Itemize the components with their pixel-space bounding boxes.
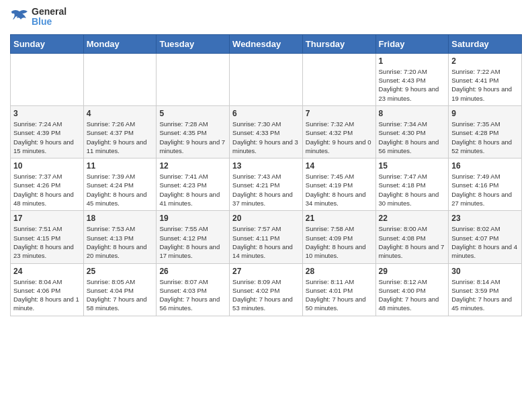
day-info: Sunrise: 8:12 AMSunset: 4:00 PMDaylight:… [379,277,446,313]
calendar-empty-cell [157,53,230,105]
weekday-header-monday: Monday [83,34,157,53]
calendar-day-cell: 23Sunrise: 8:02 AMSunset: 4:07 PMDayligh… [449,211,522,263]
day-info: Sunrise: 8:02 AMSunset: 4:07 PMDaylight:… [451,224,519,260]
calendar-day-cell: 29Sunrise: 8:12 AMSunset: 4:00 PMDayligh… [375,263,449,316]
day-number: 16 [451,161,519,171]
day-info: Sunrise: 7:32 AMSunset: 4:32 PMDaylight:… [306,120,373,155]
calendar-day-cell: 10Sunrise: 7:37 AMSunset: 4:26 PMDayligh… [11,158,84,211]
calendar-empty-cell [83,53,157,105]
calendar-day-cell: 3Sunrise: 7:24 AMSunset: 4:39 PMDaylight… [11,105,84,158]
day-number: 25 [87,267,154,276]
calendar-week-row: 10Sunrise: 7:37 AMSunset: 4:26 PMDayligh… [11,158,522,211]
day-info: Sunrise: 7:39 AMSunset: 4:24 PMDaylight:… [87,172,154,208]
day-info: Sunrise: 8:11 AMSunset: 4:01 PMDaylight:… [306,277,373,313]
day-info: Sunrise: 8:00 AMSunset: 4:08 PMDaylight:… [379,224,446,260]
calendar-week-row: 3Sunrise: 7:24 AMSunset: 4:39 PMDaylight… [11,105,522,158]
logo-text: General Blue [32,7,66,28]
day-info: Sunrise: 7:30 AMSunset: 4:33 PMDaylight:… [232,120,300,155]
calendar-empty-cell [230,53,303,105]
day-number: 15 [379,161,446,171]
calendar-day-cell: 16Sunrise: 7:49 AMSunset: 4:16 PMDayligh… [449,158,522,211]
day-info: Sunrise: 7:41 AMSunset: 4:23 PMDaylight:… [159,172,226,208]
calendar-day-cell: 25Sunrise: 8:05 AMSunset: 4:04 PMDayligh… [83,263,157,316]
day-info: Sunrise: 7:51 AMSunset: 4:15 PMDaylight:… [13,224,81,260]
day-info: Sunrise: 8:14 AMSunset: 3:59 PMDaylight:… [451,277,519,313]
day-info: Sunrise: 7:49 AMSunset: 4:16 PMDaylight:… [451,172,519,208]
calendar-empty-cell [11,53,84,105]
calendar-table: SundayMondayTuesdayWednesdayThursdayFrid… [10,34,522,316]
calendar-empty-cell [302,53,375,105]
calendar-day-cell: 8Sunrise: 7:34 AMSunset: 4:30 PMDaylight… [375,105,449,158]
day-number: 1 [379,56,446,66]
logo-bird-icon [10,7,29,26]
day-info: Sunrise: 7:57 AMSunset: 4:11 PMDaylight:… [232,224,300,260]
weekday-header-tuesday: Tuesday [157,34,230,53]
calendar-day-cell: 13Sunrise: 7:43 AMSunset: 4:21 PMDayligh… [230,158,303,211]
day-number: 30 [451,267,519,276]
day-number: 28 [306,267,373,276]
calendar-day-cell: 6Sunrise: 7:30 AMSunset: 4:33 PMDaylight… [230,105,303,158]
logo-blue: Blue [32,17,66,27]
day-number: 12 [159,161,226,171]
day-number: 4 [87,109,154,118]
calendar-day-cell: 1Sunrise: 7:20 AMSunset: 4:43 PMDaylight… [375,53,449,105]
day-number: 26 [159,267,226,276]
page-header: General Blue [10,7,522,28]
day-info: Sunrise: 7:34 AMSunset: 4:30 PMDaylight:… [379,120,446,155]
calendar-day-cell: 2Sunrise: 7:22 AMSunset: 4:41 PMDaylight… [449,53,522,105]
weekday-header-row: SundayMondayTuesdayWednesdayThursdayFrid… [11,34,522,53]
day-number: 18 [87,214,154,223]
day-number: 7 [306,109,373,118]
day-info: Sunrise: 7:53 AMSunset: 4:13 PMDaylight:… [87,224,154,260]
calendar-day-cell: 14Sunrise: 7:45 AMSunset: 4:19 PMDayligh… [302,158,375,211]
day-info: Sunrise: 7:37 AMSunset: 4:26 PMDaylight:… [13,172,81,208]
day-info: Sunrise: 7:26 AMSunset: 4:37 PMDaylight:… [87,120,154,155]
day-number: 21 [306,214,373,223]
calendar-day-cell: 9Sunrise: 7:35 AMSunset: 4:28 PMDaylight… [449,105,522,158]
day-number: 14 [306,161,373,171]
day-number: 2 [451,56,519,66]
calendar-day-cell: 4Sunrise: 7:26 AMSunset: 4:37 PMDaylight… [83,105,157,158]
weekday-header-sunday: Sunday [11,34,84,53]
calendar-day-cell: 30Sunrise: 8:14 AMSunset: 3:59 PMDayligh… [449,263,522,316]
weekday-header-thursday: Thursday [302,34,375,53]
calendar-week-row: 1Sunrise: 7:20 AMSunset: 4:43 PMDaylight… [11,53,522,105]
calendar-day-cell: 5Sunrise: 7:28 AMSunset: 4:35 PMDaylight… [157,105,230,158]
day-info: Sunrise: 7:55 AMSunset: 4:12 PMDaylight:… [159,224,226,260]
day-info: Sunrise: 7:43 AMSunset: 4:21 PMDaylight:… [232,172,300,208]
day-number: 11 [87,161,154,171]
day-number: 23 [451,214,519,223]
calendar-week-row: 24Sunrise: 8:04 AMSunset: 4:06 PMDayligh… [11,263,522,316]
weekday-header-saturday: Saturday [449,34,522,53]
day-number: 5 [159,109,226,118]
day-number: 9 [451,109,519,118]
calendar-day-cell: 26Sunrise: 8:07 AMSunset: 4:03 PMDayligh… [157,263,230,316]
calendar-day-cell: 12Sunrise: 7:41 AMSunset: 4:23 PMDayligh… [157,158,230,211]
day-info: Sunrise: 7:22 AMSunset: 4:41 PMDaylight:… [451,67,519,103]
day-info: Sunrise: 7:58 AMSunset: 4:09 PMDaylight:… [306,224,373,260]
calendar-day-cell: 19Sunrise: 7:55 AMSunset: 4:12 PMDayligh… [157,211,230,263]
logo-container: General Blue [10,7,66,28]
calendar-day-cell: 18Sunrise: 7:53 AMSunset: 4:13 PMDayligh… [83,211,157,263]
calendar-day-cell: 24Sunrise: 8:04 AMSunset: 4:06 PMDayligh… [11,263,84,316]
day-info: Sunrise: 8:04 AMSunset: 4:06 PMDaylight:… [13,277,81,313]
day-number: 13 [232,161,300,171]
day-info: Sunrise: 7:20 AMSunset: 4:43 PMDaylight:… [379,67,446,103]
calendar-day-cell: 11Sunrise: 7:39 AMSunset: 4:24 PMDayligh… [83,158,157,211]
day-number: 6 [232,109,300,118]
day-info: Sunrise: 7:47 AMSunset: 4:18 PMDaylight:… [379,172,446,208]
calendar-day-cell: 17Sunrise: 7:51 AMSunset: 4:15 PMDayligh… [11,211,84,263]
day-number: 19 [159,214,226,223]
calendar-week-row: 17Sunrise: 7:51 AMSunset: 4:15 PMDayligh… [11,211,522,263]
day-number: 17 [13,214,81,223]
day-number: 24 [13,267,81,276]
day-number: 29 [379,267,446,276]
logo-general: General [32,7,66,17]
day-info: Sunrise: 8:09 AMSunset: 4:02 PMDaylight:… [232,277,300,313]
day-info: Sunrise: 7:35 AMSunset: 4:28 PMDaylight:… [451,120,519,155]
calendar-day-cell: 7Sunrise: 7:32 AMSunset: 4:32 PMDaylight… [302,105,375,158]
day-info: Sunrise: 7:24 AMSunset: 4:39 PMDaylight:… [13,120,81,155]
calendar-day-cell: 15Sunrise: 7:47 AMSunset: 4:18 PMDayligh… [375,158,449,211]
day-info: Sunrise: 8:05 AMSunset: 4:04 PMDaylight:… [87,277,154,313]
weekday-header-friday: Friday [375,34,449,53]
